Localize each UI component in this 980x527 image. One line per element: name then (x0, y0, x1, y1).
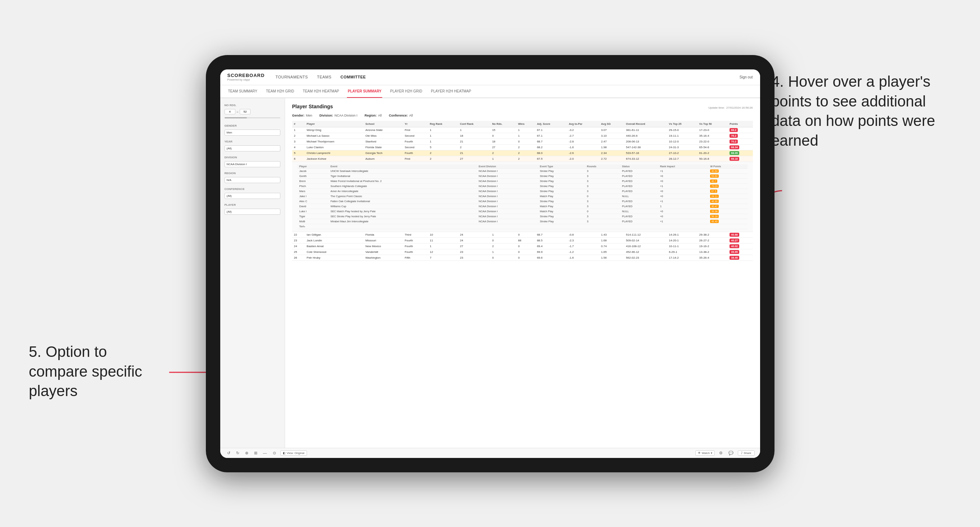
d-event: Amer An Intercollegiate (329, 189, 477, 194)
cell-vs50: 26-27-2 (697, 237, 728, 243)
cell-num: 3 (292, 138, 305, 144)
table-row[interactable]: 23 Jack Lundin Missouri Fourth 11 24 0 8… (292, 237, 753, 243)
cell-points[interactable]: 40.27 (728, 237, 752, 243)
table-row[interactable]: 25 Cole Sherwood Vanderbilt Fourth 12 23… (292, 249, 753, 255)
points-badge[interactable]: 40.02 (730, 244, 739, 248)
copy-button[interactable]: ⊞ (253, 450, 259, 456)
cell-points[interactable]: 38.49 (728, 255, 752, 260)
cell-points[interactable]: 68.09 (728, 150, 752, 156)
cell-points[interactable]: 39.95 (728, 249, 752, 255)
dash-button[interactable]: — (262, 450, 269, 456)
update-time: Update time: 27/01/2024 16:56:26 (708, 103, 752, 110)
detail-row: Luke I SEC Match Play hosted by Jerry Pa… (298, 209, 748, 214)
detail-tbody: Jacob UNCW Seahawk Intercollegiate NCAA … (298, 168, 748, 229)
w-points-badge[interactable]: 56.18 (710, 215, 719, 218)
nav-teams[interactable]: TEAMS (317, 73, 331, 81)
cell-vs25: 29-15-0 (667, 127, 697, 133)
d-status: PLAYED (620, 203, 658, 209)
points-badge[interactable]: 39.95 (730, 250, 739, 254)
w-points-badge[interactable]: 73.03 (710, 184, 719, 188)
no-rds-slider[interactable] (224, 117, 280, 118)
cell-points[interactable]: 40.68 (728, 232, 752, 237)
table-row[interactable]: 24 Bastien Amat New Mexico Fourth 1 27 2… (292, 243, 753, 249)
table-row[interactable]: 4 Luke Clanton Florida State Second 5 2 … (292, 144, 753, 150)
no-rds-section: No Rds. 4 – 52 (224, 103, 280, 120)
w-points-badge[interactable]: 40.7 (710, 179, 717, 183)
w-points-badge[interactable]: 40.64 (710, 170, 719, 173)
table-row[interactable]: 2 Michael La Sasso Ole Miss Second 1 18 … (292, 133, 753, 138)
zoom-button[interactable]: ⊕ (243, 450, 250, 456)
w-points-badge[interactable]: 39.98 (710, 210, 719, 213)
w-points-badge[interactable]: 53.60 (710, 175, 719, 178)
tab-player-h2h-heatmap[interactable]: PLAYER H2H HEATMAP (430, 85, 472, 97)
tab-team-h2h-heatmap[interactable]: TEAM H2H HEATMAP (302, 85, 340, 97)
cell-overall: 416-168-12 (624, 243, 667, 249)
no-rds-min[interactable]: 4 (224, 109, 235, 114)
tab-team-summary[interactable]: TEAM SUMMARY (228, 85, 258, 97)
cell-no-rds: 18 (490, 138, 516, 144)
gender-select[interactable]: Men (224, 130, 280, 136)
cell-vs50: 13-38-2 (697, 249, 728, 255)
update-time-value: 27/01/2024 16:56:26 (726, 106, 752, 110)
points-badge[interactable]: 68.2 (730, 128, 738, 132)
division-select[interactable]: NCAA Division I (224, 161, 280, 167)
tab-team-h2h-grid[interactable]: TEAM H2H GRID (265, 85, 295, 97)
page-title: Player Standings (292, 103, 333, 110)
redo-button[interactable]: ↻ (235, 450, 241, 456)
table-row[interactable]: 22 Ian Gilligan Florida Third 10 24 1 0 … (292, 232, 753, 237)
d-status: PLAYED (620, 219, 658, 224)
cell-points[interactable]: 40.02 (728, 243, 752, 249)
d-event: Fallen Oak Collegiate Invitational (329, 198, 477, 203)
cell-points[interactable]: 76.2 (728, 133, 752, 138)
nav-tournaments[interactable]: TOURNAMENTS (275, 73, 308, 81)
undo-button[interactable]: ↺ (226, 450, 232, 456)
comment-button[interactable]: 💬 (727, 450, 735, 456)
d-division: NCAA Division I (477, 189, 538, 194)
table-row[interactable]: 5 Christo Lamprecht Georgia Tech Fourth … (292, 150, 753, 156)
tab-player-summary[interactable]: PLAYER SUMMARY (347, 86, 382, 98)
w-points-badge[interactable]: 30.47 (710, 205, 719, 208)
table-row[interactable]: 26 Petr Hruby Washington Fifth 7 23 0 0 … (292, 255, 753, 260)
settings-button[interactable]: ⚙ (718, 450, 724, 456)
nav-committee[interactable]: COMMITTEE (340, 73, 366, 81)
view-label: View: Original (287, 451, 304, 455)
points-badge[interactable]: 68.34 (730, 145, 739, 149)
cell-points[interactable]: 70.2 (728, 138, 752, 144)
points-badge[interactable]: 76.2 (730, 134, 738, 138)
w-points-badge[interactable]: 46.40 (710, 220, 719, 223)
player-select[interactable]: (All) (224, 209, 280, 215)
tab-player-h2h-grid[interactable]: PLAYER H2H GRID (390, 85, 423, 97)
points-badge[interactable]: 68.18 (730, 157, 739, 161)
w-points-badge[interactable]: 46.90 (710, 200, 719, 203)
cell-points[interactable]: 68.18 (728, 156, 752, 162)
points-badge[interactable]: 40.68 (730, 233, 739, 237)
clock-button[interactable]: ⊙ (271, 450, 277, 456)
col-avg-sg: Avg SG (599, 121, 624, 127)
view-button[interactable]: ◧ View: Original (280, 450, 307, 456)
w-points-badge[interactable]: 67.5 (710, 190, 717, 193)
conference-select[interactable]: (All) (224, 193, 280, 199)
table-row[interactable]: 3 Michael Thorbjornsen Stanford Fourth 1… (292, 138, 753, 144)
table-row[interactable]: 1 Wenyi Ding Arizona State First 1 1 15 … (292, 127, 753, 133)
year-select[interactable]: (All) (224, 145, 280, 151)
w-points-badge[interactable]: 24.11 (710, 195, 719, 198)
table-row-jackson[interactable]: 6 Jackson Kohoe Auburn First 2 27 1 2 67… (292, 156, 753, 162)
no-rds-max[interactable]: 52 (240, 109, 250, 114)
share-button[interactable]: ⤴ Share (738, 450, 754, 456)
points-badge[interactable]: 40.27 (730, 238, 739, 243)
points-badge-highlighted[interactable]: 68.09 (730, 151, 739, 155)
points-badge[interactable]: 38.49 (730, 256, 739, 260)
region-select[interactable]: N/A (224, 177, 280, 183)
cell-no-rds: 1 (490, 232, 516, 237)
cell-yr: First (403, 156, 428, 162)
cell-num: 25 (292, 249, 305, 255)
cell-reg-rank: 1 (428, 127, 458, 133)
filter-conference-value: All (409, 114, 413, 117)
points-badge[interactable]: 70.2 (730, 140, 738, 143)
cell-points[interactable]: 68.34 (728, 144, 752, 150)
watch-button[interactable]: 👁 Watch ▾ (695, 450, 715, 456)
cell-avg-sg: 1.98 (599, 144, 624, 150)
cell-avg-sg: 2.34 (599, 150, 624, 156)
sign-out-link[interactable]: Sign out (740, 75, 753, 79)
cell-points[interactable]: 68.2 (728, 127, 752, 133)
